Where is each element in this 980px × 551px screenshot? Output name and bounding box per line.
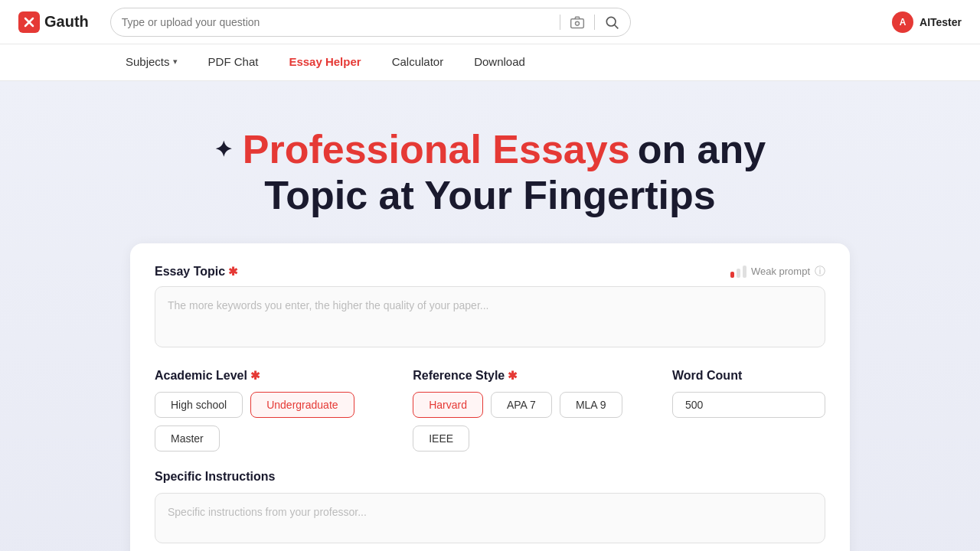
bar-2 [737,269,740,278]
hero-title: ✦ Professional Essays on any Topic at Yo… [0,127,980,219]
prompt-quality: Weak prompt ⓘ [730,265,825,279]
logo-text: Gauth [44,13,89,31]
specific-instructions-input[interactable] [155,493,825,543]
subnav-essay-helper[interactable]: Essay Helper [289,44,361,80]
camera-icon [570,15,585,30]
logo-icon [18,11,40,33]
bar-1 [730,272,734,278]
subnav-subjects-label: Subjects [126,55,170,68]
subnav-download[interactable]: Download [474,44,525,80]
prompt-info-icon[interactable]: ⓘ [815,265,825,279]
subnav-pdf-chat-label: PDF Chat [208,55,259,68]
prompt-quality-bars [730,266,746,278]
reference-style-group: Reference Style ✱ Harvard APA 7 MLA 9 IE… [413,369,642,452]
essay-form-card: Essay Topic ✱ Weak prompt ⓘ Academic Lev… [130,243,850,551]
subnav-calculator[interactable]: Calculator [392,44,444,80]
word-count-input[interactable] [672,392,825,418]
subnav-subjects[interactable]: Subjects ▾ [126,44,178,80]
search-divider-2 [594,15,595,30]
logo[interactable]: Gauth [18,11,89,33]
user-name: AITester [920,16,962,28]
navbar: Gauth A AITester [0,0,980,44]
hero-highlight-text: Professional Essays [243,127,630,173]
prompt-quality-label: Weak prompt [751,266,810,277]
specific-instructions-label: Specific Instructions [155,470,825,484]
level-undergraduate[interactable]: Undergraduate [250,392,354,418]
star-icon: ✦ [214,138,232,162]
style-apa7[interactable]: APA 7 [491,392,552,418]
style-mla9[interactable]: MLA 9 [560,392,622,418]
level-master[interactable]: Master [155,425,220,452]
search-input[interactable] [122,16,550,28]
reference-style-buttons: Harvard APA 7 MLA 9 IEEE [413,392,642,452]
svg-rect-2 [570,18,583,28]
reference-required-star: ✱ [508,369,518,383]
user-area[interactable]: A AITester [892,11,962,33]
hero-normal-text: on any [638,127,766,173]
search-icon [604,15,619,30]
essay-topic-label: Essay Topic ✱ [155,265,238,279]
subnav-download-label: Download [474,55,525,68]
search-divider [560,15,560,30]
search-bar [110,8,631,37]
subnav-essay-helper-label: Essay Helper [289,55,361,68]
svg-point-4 [606,17,616,26]
hero-section: ✦ Professional Essays on any Topic at Yo… [0,81,980,551]
essay-topic-header: Essay Topic ✱ Weak prompt ⓘ [155,265,825,279]
style-harvard[interactable]: Harvard [413,392,483,418]
academic-level-buttons: High school Undergraduate Master [155,392,382,452]
camera-button[interactable] [570,15,585,30]
word-count-label: Word Count [672,369,825,383]
academic-required-star: ✱ [250,369,260,383]
level-high-school[interactable]: High school [155,392,243,418]
essay-topic-input[interactable] [155,286,825,347]
subnav-pdf-chat[interactable]: PDF Chat [208,44,259,80]
specific-instructions-section: Specific Instructions [155,470,825,546]
chevron-down-icon: ▾ [173,57,178,67]
svg-point-3 [575,21,579,25]
search-button[interactable] [604,15,619,30]
academic-level-label: Academic Level ✱ [155,369,382,383]
hero-subtitle-text: Topic at Your Fingertips [264,173,715,217]
academic-level-group: Academic Level ✱ High school Undergradua… [155,369,382,452]
svg-line-5 [615,24,619,28]
options-row: Academic Level ✱ High school Undergradua… [155,369,825,452]
bar-3 [743,266,746,278]
subnav: Subjects ▾ PDF Chat Essay Helper Calcula… [0,44,980,81]
style-ieee[interactable]: IEEE [413,425,469,452]
word-count-group: Word Count [672,369,825,418]
subnav-calculator-label: Calculator [392,55,444,68]
avatar: A [892,11,913,33]
reference-style-label: Reference Style ✱ [413,369,642,383]
required-star: ✱ [228,265,238,279]
